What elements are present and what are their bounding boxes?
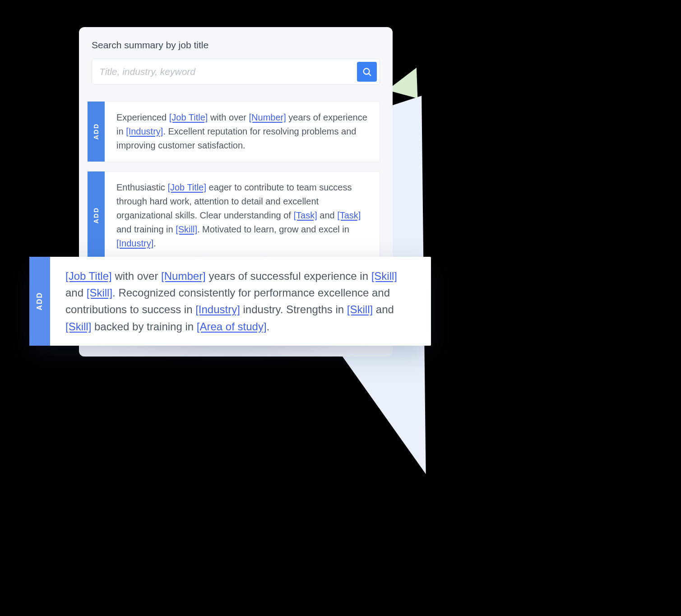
text-fragment: . Motivated to learn, grow and excel in [197, 224, 349, 234]
text-fragment: and [373, 303, 394, 315]
search-button[interactable] [357, 62, 377, 82]
text-fragment: with over [112, 270, 161, 282]
placeholder-token[interactable]: [Area of study] [197, 320, 267, 333]
text-fragment: with over [208, 112, 249, 122]
text-fragment: . [153, 238, 156, 248]
placeholder-token[interactable]: [Skill] [87, 287, 112, 299]
placeholder-token[interactable]: [Industry] [116, 238, 153, 248]
placeholder-token[interactable]: [Number] [161, 270, 206, 282]
text-fragment: years of successful experience in [206, 270, 371, 282]
summary-card-popout: ADD [Job Title] with over [Number] years… [29, 257, 431, 346]
search-field-wrap [92, 59, 380, 85]
summary-text: [Job Title] with over [Number] years of … [50, 257, 431, 346]
placeholder-token[interactable]: [Skill] [176, 224, 197, 234]
summary-text: Experienced [Job Title] with over [Numbe… [105, 102, 380, 162]
placeholder-token[interactable]: [Job Title] [65, 270, 112, 282]
add-label: ADD [93, 207, 100, 223]
panel-title: Search summary by job title [92, 40, 380, 51]
placeholder-token[interactable]: [Task] [337, 210, 361, 220]
add-button[interactable]: ADD [88, 102, 105, 162]
text-fragment: and training in [116, 224, 176, 234]
add-button[interactable]: ADD [88, 171, 105, 259]
decor-triangle-small [387, 62, 425, 98]
text-fragment: industry. Strengths in [240, 303, 347, 315]
search-input[interactable] [95, 63, 357, 81]
search-icon [362, 67, 372, 77]
placeholder-token[interactable]: [Job Title] [167, 182, 206, 192]
placeholder-token[interactable]: [Skill] [371, 270, 397, 282]
add-button[interactable]: ADD [29, 257, 50, 346]
add-label: ADD [93, 123, 100, 139]
placeholder-token[interactable]: [Number] [249, 112, 286, 122]
summary-card: ADDEnthusiastic [Job Title] eager to con… [87, 171, 380, 260]
text-fragment: . [267, 320, 270, 333]
placeholder-token[interactable]: [Industry] [195, 303, 240, 315]
text-fragment: Enthusiastic [116, 182, 167, 192]
placeholder-token[interactable]: [Task] [293, 210, 317, 220]
text-fragment: and [65, 287, 87, 299]
summary-card: ADDExperienced [Job Title] with over [Nu… [87, 101, 380, 162]
text-fragment: and [317, 210, 337, 220]
placeholder-token[interactable]: [Industry] [126, 126, 163, 136]
placeholder-token[interactable]: [Job Title] [169, 112, 208, 122]
placeholder-token[interactable]: [Skill] [65, 320, 91, 333]
summary-text: Enthusiastic [Job Title] eager to contri… [105, 171, 380, 259]
text-fragment: Experienced [116, 112, 169, 122]
add-label: ADD [36, 292, 44, 310]
summary-card-list: ADDExperienced [Job Title] with over [Nu… [92, 101, 380, 260]
text-fragment: backed by training in [91, 320, 196, 333]
svg-line-1 [369, 74, 371, 76]
placeholder-token[interactable]: [Skill] [347, 303, 373, 315]
